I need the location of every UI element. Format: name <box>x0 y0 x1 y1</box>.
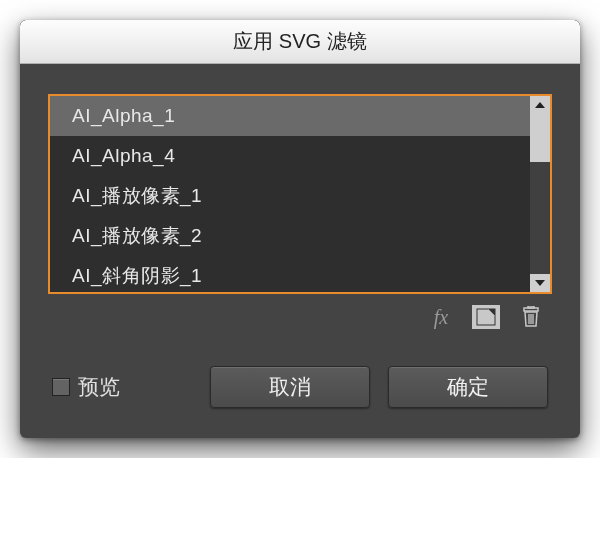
list-item[interactable]: AI_播放像素_1 <box>50 176 530 216</box>
scroll-track[interactable] <box>530 114 550 274</box>
filter-list-container: AI_Alpha_1 AI_Alpha_4 AI_播放像素_1 AI_播放像素_… <box>48 94 552 294</box>
dialog-content: AI_Alpha_1 AI_Alpha_4 AI_播放像素_1 AI_播放像素_… <box>20 64 580 438</box>
ok-label: 确定 <box>447 373 489 401</box>
new-page-icon <box>476 308 496 326</box>
ok-button[interactable]: 确定 <box>388 366 548 408</box>
list-item-label: AI_斜角阴影_1 <box>72 263 202 289</box>
list-item-label: AI_播放像素_2 <box>72 223 202 249</box>
cancel-label: 取消 <box>269 373 311 401</box>
trash-icon <box>521 306 541 328</box>
list-item-label: AI_Alpha_1 <box>72 105 175 127</box>
dialog-footer: 预览 取消 确定 <box>48 366 552 408</box>
list-toolbar: fx <box>48 294 552 330</box>
list-item[interactable]: AI_播放像素_2 <box>50 216 530 256</box>
filter-list[interactable]: AI_Alpha_1 AI_Alpha_4 AI_播放像素_1 AI_播放像素_… <box>50 96 530 292</box>
checkbox-box-icon <box>52 378 70 396</box>
preview-label: 预览 <box>78 373 120 401</box>
list-item-label: AI_Alpha_4 <box>72 145 175 167</box>
cancel-button[interactable]: 取消 <box>210 366 370 408</box>
fx-icon: fx <box>434 306 448 329</box>
scrollbar[interactable] <box>530 96 550 292</box>
list-item[interactable]: AI_斜角阴影_1 <box>50 256 530 292</box>
svg-filter-dialog: 应用 SVG 滤镜 AI_Alpha_1 AI_Alpha_4 AI_播放像素_… <box>20 20 580 438</box>
svg-marker-0 <box>535 102 545 108</box>
preview-checkbox[interactable]: 预览 <box>52 373 120 401</box>
svg-marker-1 <box>535 280 545 286</box>
new-filter-button[interactable] <box>472 305 500 329</box>
dialog-title: 应用 SVG 滤镜 <box>233 28 366 55</box>
list-item-label: AI_播放像素_1 <box>72 183 202 209</box>
scroll-down-arrow-icon[interactable] <box>530 274 550 292</box>
svg-rect-6 <box>528 306 534 308</box>
scroll-thumb[interactable] <box>530 114 550 162</box>
list-item[interactable]: AI_Alpha_4 <box>50 136 530 176</box>
titlebar: 应用 SVG 滤镜 <box>20 20 580 64</box>
scroll-up-arrow-icon[interactable] <box>530 96 550 114</box>
fx-button[interactable]: fx <box>428 304 454 330</box>
list-item[interactable]: AI_Alpha_1 <box>50 96 530 136</box>
delete-filter-button[interactable] <box>518 304 544 330</box>
